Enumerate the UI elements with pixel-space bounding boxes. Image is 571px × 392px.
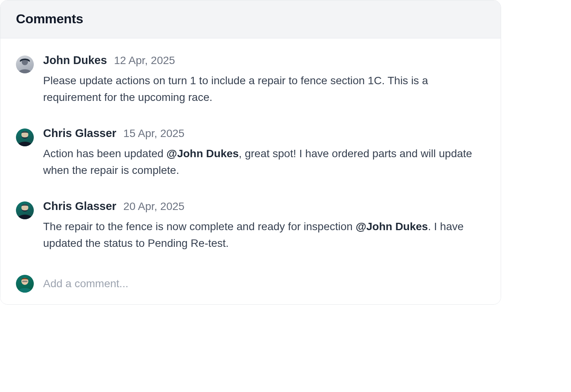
comment-item: Chris Glasser 15 Apr, 2025 Action has be… — [16, 127, 485, 179]
comment-item: John Dukes 12 Apr, 2025 Please update ac… — [16, 54, 485, 106]
comment-composer — [16, 272, 485, 293]
comment-text: Action has been updated — [43, 147, 167, 160]
comment-input[interactable] — [43, 278, 485, 290]
avatar — [16, 275, 34, 293]
comment-text: Please update actions on turn 1 to inclu… — [43, 75, 428, 103]
comment-author: Chris Glasser — [43, 200, 117, 213]
person-icon — [16, 275, 34, 293]
comment-body: Please update actions on turn 1 to inclu… — [43, 72, 485, 106]
comments-title: Comments — [16, 11, 485, 26]
avatar — [16, 56, 34, 73]
comment-item: Chris Glasser 20 Apr, 2025 The repair to… — [16, 200, 485, 252]
comments-card: Comments John Dukes 12 Apr, 2025 Please … — [0, 0, 501, 305]
person-icon — [16, 56, 34, 73]
comment-header: John Dukes 12 Apr, 2025 — [43, 54, 485, 67]
comments-body: John Dukes 12 Apr, 2025 Please update ac… — [0, 38, 501, 304]
comment-header: Chris Glasser 15 Apr, 2025 — [43, 127, 485, 140]
avatar — [16, 201, 34, 219]
comment-body: Action has been updated @John Dukes, gre… — [43, 145, 485, 179]
comment-content: Chris Glasser 20 Apr, 2025 The repair to… — [43, 200, 485, 252]
mention[interactable]: @John Dukes — [167, 147, 239, 160]
comment-author: John Dukes — [43, 54, 107, 67]
comments-header: Comments — [0, 0, 501, 38]
comment-content: Chris Glasser 15 Apr, 2025 Action has be… — [43, 127, 485, 179]
svg-rect-4 — [22, 281, 28, 282]
mention[interactable]: @John Dukes — [356, 220, 428, 232]
comment-content: John Dukes 12 Apr, 2025 Please update ac… — [43, 54, 485, 106]
comment-text: The repair to the fence is now complete … — [43, 220, 356, 232]
avatar — [16, 128, 34, 146]
comment-date: 12 Apr, 2025 — [114, 54, 175, 67]
comment-author: Chris Glasser — [43, 127, 117, 140]
comment-date: 15 Apr, 2025 — [124, 127, 185, 140]
comment-body: The repair to the fence is now complete … — [43, 218, 485, 252]
person-icon — [16, 128, 34, 146]
comment-date: 20 Apr, 2025 — [124, 200, 185, 213]
person-icon — [16, 201, 34, 219]
comment-header: Chris Glasser 20 Apr, 2025 — [43, 200, 485, 213]
